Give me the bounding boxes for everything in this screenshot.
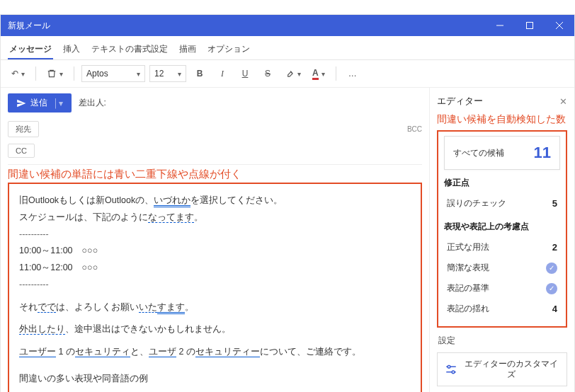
typo-check-count: 5 [552, 198, 557, 209]
standard-row[interactable]: 表記の基準 ✓ [444, 278, 560, 299]
annotation-count-note: 間違い候補を自動検知した数 [437, 113, 567, 126]
font-name-value: Aptos [86, 69, 108, 79]
cc-field[interactable] [39, 143, 422, 158]
underline-button[interactable]: U [236, 64, 254, 83]
divider-text: ---------- [19, 226, 411, 243]
body-text: と、 [130, 347, 149, 357]
to-row: 宛先 BCC [8, 118, 422, 140]
highlight-button[interactable]: ▾ [281, 64, 304, 83]
minimize-button[interactable] [485, 15, 515, 36]
chevron-down-icon: ▾ [137, 70, 140, 78]
svg-rect-1 [527, 23, 533, 29]
fluctuation-label: 表記の揺れ [447, 303, 489, 315]
message-body[interactable]: 旧Outlookもしくは新Outlookの、いづれかを選択してください。 スケジ… [8, 183, 422, 392]
check-icon: ✓ [546, 263, 557, 274]
tab-format[interactable]: テキストの書式設定 [90, 40, 169, 59]
tab-options[interactable]: オプション [206, 40, 251, 59]
tab-message[interactable]: メッセージ [8, 40, 53, 59]
chevron-down-icon: ▾ [178, 70, 181, 78]
error-word[interactable]: セキュリティ [75, 347, 130, 357]
error-word[interactable]: すます [157, 302, 185, 314]
error-word[interactable]: 外出したり [19, 324, 65, 335]
error-word[interactable]: ユーザー [19, 347, 56, 357]
body-text: 1 の [56, 347, 75, 357]
sliders-icon [445, 364, 457, 375]
window-title: 新規メール [8, 20, 50, 32]
body-text: は、よろしくお願い [56, 302, 139, 312]
editor-metrics: すべての候補 11 修正点 誤りのチェック 5 表現や表記上の考慮点 正式な用法… [437, 130, 567, 328]
font-color-button[interactable]: A▾ [309, 64, 329, 83]
font-size-select[interactable]: 12▾ [149, 65, 186, 82]
all-suggestions-card[interactable]: すべての候補 11 [444, 136, 560, 170]
svg-point-7 [452, 371, 455, 374]
tab-insert[interactable]: 挿入 [62, 40, 81, 59]
style-header: 表現や表記上の考慮点 [444, 221, 560, 233]
ribbon-tabs: メッセージ 挿入 テキストの書式設定 描画 オプション [1, 36, 574, 60]
italic-button[interactable]: I [213, 64, 232, 83]
settings-label: 設定 [438, 335, 567, 347]
body-text: 2 の [176, 347, 195, 357]
separator [74, 67, 74, 81]
error-word[interactable]: いづれか [154, 195, 190, 207]
to-button[interactable]: 宛先 [8, 121, 39, 137]
svg-point-5 [448, 365, 450, 368]
formal-row[interactable]: 正式な用法 2 [444, 237, 560, 258]
trash-button[interactable]: ▾ [43, 64, 67, 83]
typo-check-label: 誤りのチェック [447, 197, 506, 209]
fluctuation-row[interactable]: 表記の揺れ 4 [444, 299, 560, 319]
formal-count: 2 [552, 242, 557, 253]
window: 新規メール メッセージ 挿入 テキストの書式設定 描画 オプション ↶▾ ▾ A… [0, 14, 575, 392]
from-field[interactable] [113, 96, 422, 111]
from-label: 差出人: [79, 97, 106, 109]
separator [35, 67, 36, 81]
all-suggestions-count: 11 [534, 144, 551, 162]
body-text: 旧Outlookもしくは新Outlookの、 [19, 195, 154, 205]
bcc-toggle[interactable]: BCC [407, 125, 422, 133]
body-text: それ [19, 302, 38, 312]
font-size-value: 12 [154, 69, 164, 79]
concise-row[interactable]: 簡潔な表現 ✓ [444, 258, 560, 278]
editor-pane-header: エディター ✕ [437, 93, 567, 112]
to-field[interactable] [43, 122, 403, 137]
titlebar: 新規メール [1, 15, 574, 36]
body-text: 。 [194, 212, 203, 222]
error-word[interactable]: でで [38, 302, 56, 313]
check-icon: ✓ [546, 283, 557, 294]
close-pane-icon[interactable]: ✕ [559, 96, 567, 107]
divider-text: ---------- [19, 277, 411, 294]
typo-check-row[interactable]: 誤りのチェック 5 [444, 193, 560, 214]
body-text: スケジュールは、下記のように [19, 212, 148, 222]
error-word[interactable]: なってます [148, 212, 194, 223]
font-name-select[interactable]: Aptos▾ [81, 65, 145, 82]
editor-pane-title: エディター [437, 95, 483, 108]
undo-button[interactable]: ↶▾ [8, 64, 28, 83]
compose-pane: 送信 │▾ 差出人: 宛先 BCC CC 間違い候補の単語には青い二重下線や点線… [1, 88, 429, 392]
more-button[interactable]: … [343, 64, 362, 83]
customize-editor-button[interactable]: エディターのカスタマイズ [437, 352, 567, 386]
body-text: 。 [185, 302, 194, 312]
maximize-button[interactable] [515, 15, 545, 36]
body-text: 10:00～11:00 ○○○ [19, 243, 411, 260]
body-text: 、途中退出はできないかもしれません。 [65, 324, 231, 334]
cc-button[interactable]: CC [8, 144, 35, 158]
editor-pane: エディター ✕ 間違い候補を自動検知した数 すべての候補 11 修正点 誤りのチ… [429, 88, 574, 392]
error-word[interactable]: セキュリティー [195, 347, 260, 357]
tab-draw[interactable]: 描画 [178, 40, 198, 59]
toolbar: ↶▾ ▾ Aptos▾ 12▾ B I U S ▾ A▾ … [1, 60, 574, 88]
send-label: 送信 [30, 97, 47, 109]
body-panels: 送信 │▾ 差出人: 宛先 BCC CC 間違い候補の単語には青い二重下線や点線… [1, 88, 574, 392]
body-text: を選択してください。 [190, 195, 283, 205]
cc-row: CC [8, 140, 422, 165]
send-button[interactable]: 送信 │▾ [8, 93, 72, 113]
all-suggestions-label: すべての候補 [453, 147, 504, 159]
error-word[interactable]: いた [139, 302, 157, 313]
send-row: 送信 │▾ 差出人: [8, 93, 422, 113]
standard-label: 表記の基準 [447, 282, 489, 294]
close-button[interactable] [545, 15, 574, 36]
strike-button[interactable]: S [258, 64, 277, 83]
fixes-header: 修正点 [444, 177, 560, 189]
bold-button[interactable]: B [190, 64, 209, 83]
fluctuation-count: 4 [552, 304, 557, 314]
error-word[interactable]: ユーザ [149, 347, 176, 357]
body-text: 11:00～12:00 ○○○ [19, 260, 411, 277]
